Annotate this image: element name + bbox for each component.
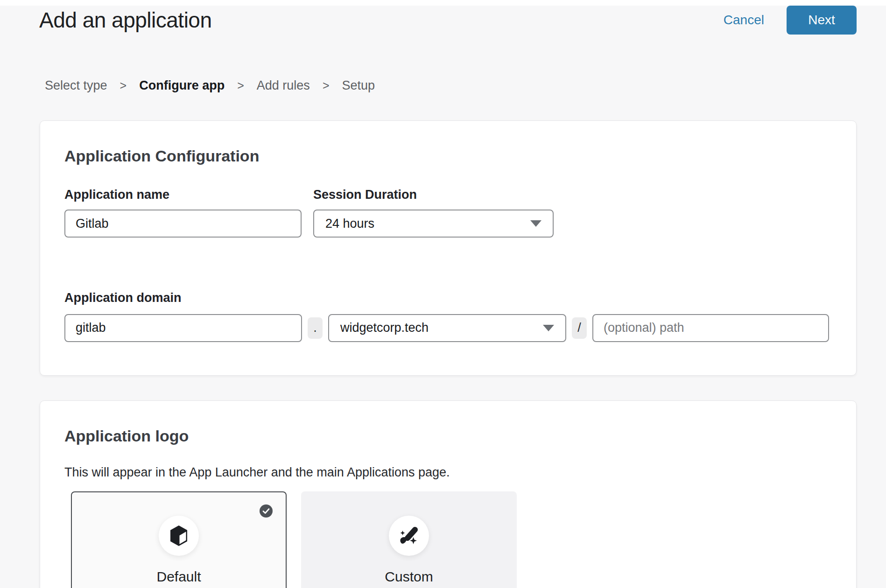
subdomain-input[interactable] [64, 314, 302, 342]
slash-separator: / [572, 317, 587, 339]
chevron-down-icon [530, 220, 541, 227]
chevron-down-icon [543, 325, 554, 331]
logo-option-custom[interactable]: Custom [301, 491, 517, 588]
breadcrumb-separator: > [237, 79, 244, 92]
application-logo-heading: Application logo [64, 426, 832, 446]
breadcrumb-step-add-rules[interactable]: Add rules [257, 78, 310, 93]
cancel-link[interactable]: Cancel [724, 13, 764, 28]
domain-select-value: widgetcorp.tech [340, 321, 429, 335]
custom-logo-circle [389, 516, 429, 556]
cube-icon [169, 525, 189, 546]
domain-select[interactable]: widgetcorp.tech [328, 314, 566, 342]
application-name-input[interactable] [64, 210, 302, 238]
paintbrush-icon [398, 525, 420, 546]
logo-options: Default Custom [71, 491, 832, 588]
breadcrumb-step-configure-app[interactable]: Configure app [139, 78, 225, 93]
logo-option-default[interactable]: Default [71, 491, 287, 588]
breadcrumb-step-setup[interactable]: Setup [342, 78, 375, 93]
session-duration-select[interactable]: 24 hours [313, 210, 554, 238]
check-badge-icon [260, 504, 273, 518]
logo-option-custom-label: Custom [385, 569, 433, 585]
logo-option-default-label: Default [156, 569, 201, 585]
application-logo-description: This will appear in the App Launcher and… [64, 464, 832, 480]
application-configuration-heading: Application Configuration [64, 146, 832, 166]
breadcrumb-separator: > [323, 79, 330, 92]
add-application-page: Add an application Cancel Next Select ty… [0, 0, 886, 588]
application-domain-label: Application domain [64, 290, 832, 305]
name-session-labels-row: Application name Session Duration [64, 187, 832, 202]
breadcrumb: Select type > Configure app > Add rules … [45, 78, 375, 93]
path-input[interactable] [592, 314, 829, 342]
header-top-strip [0, 0, 886, 6]
session-duration-value: 24 hours [325, 217, 374, 231]
application-configuration-card: Application Configuration Application na… [40, 120, 857, 376]
header-actions: Cancel Next [724, 6, 857, 35]
next-button[interactable]: Next [787, 6, 857, 35]
breadcrumb-separator: > [120, 79, 127, 92]
breadcrumb-step-select-type[interactable]: Select type [45, 78, 107, 93]
application-logo-card: Application logo This will appear in the… [40, 400, 857, 588]
session-duration-label: Session Duration [313, 187, 556, 202]
dot-separator: . [308, 317, 323, 339]
default-logo-circle [159, 516, 199, 556]
name-session-inputs-row: 24 hours [64, 210, 832, 238]
application-domain-row: . widgetcorp.tech / [64, 314, 832, 342]
application-name-label: Application name [64, 187, 313, 202]
page-title: Add an application [39, 7, 212, 33]
